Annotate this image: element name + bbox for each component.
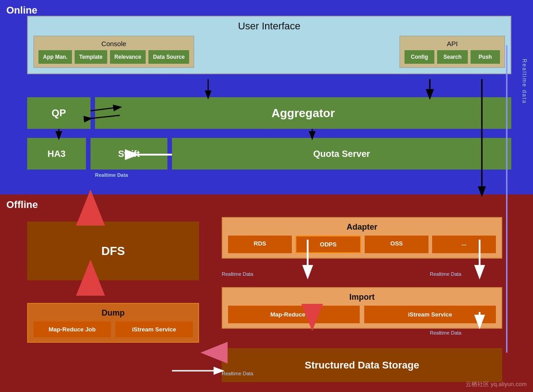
aggregator-box: Aggregator [95, 97, 511, 129]
realtime-data-label: Realtime Data [95, 172, 128, 178]
btn-dump-mapreduce[interactable]: Map-Reduce Job [33, 321, 111, 337]
btn-dump-istream[interactable]: iStream Service [115, 321, 193, 337]
realtime-data-label-left: Realtime Data [222, 271, 253, 277]
btn-odps[interactable]: ODPS [295, 236, 361, 253]
structured-storage-box: Structured Data Storage [222, 348, 502, 382]
btn-oss[interactable]: OSS [365, 236, 428, 253]
quota-box: Quota Server [172, 138, 511, 170]
ha3-box: HA3 [27, 138, 86, 170]
console-title: Console [38, 40, 189, 47]
import-box: Import Map-Reduce Job iStream Service [222, 287, 502, 329]
btn-datasource[interactable]: Data Source [148, 50, 189, 64]
btn-app-man[interactable]: App Man. [38, 50, 72, 64]
swift-box: Swift Realtime Data [90, 138, 167, 170]
btn-rds[interactable]: RDS [228, 236, 292, 253]
btn-import-mapreduce[interactable]: Map-Reduce Job [228, 306, 360, 323]
realtime-data-label-right: Realtime Data [430, 271, 462, 277]
btn-ellipsis[interactable]: ... [432, 236, 496, 253]
adapter-box: Adapter RDS ODPS OSS ... [222, 217, 502, 259]
dump-box: Dump Map-Reduce Job iStream Service [27, 303, 199, 343]
adapter-title: Adapter [228, 222, 496, 232]
console-box: Console App Man. Template Relevance Data… [33, 36, 194, 68]
import-title: Import [228, 293, 496, 302]
api-box: API Config Search Push [400, 36, 505, 68]
btn-relevance[interactable]: Relevance [110, 50, 146, 64]
ui-title: User Interface [33, 20, 505, 32]
realtime-data-right-label: Realtime data [521, 59, 528, 104]
dump-title: Dump [33, 308, 193, 318]
watermark: 云栖社区 yq.aliyun.com [466, 380, 527, 388]
btn-template[interactable]: Template [75, 50, 107, 64]
btn-config[interactable]: Config [405, 50, 434, 64]
dfs-box: DFS [27, 222, 199, 280]
api-title: API [405, 40, 500, 47]
offline-label: Offline [6, 199, 38, 211]
btn-push[interactable]: Push [471, 50, 500, 64]
qp-box: QP [27, 97, 90, 129]
diagram-root: Online User Interface Console App Man. T… [0, 0, 533, 392]
realtime-data-label-dump: Realtime Data [222, 371, 253, 376]
online-label: Online [6, 5, 37, 16]
realtime-data-label-bottom: Realtime Data [430, 330, 462, 335]
user-interface-box: User Interface Console App Man. Template… [27, 16, 511, 74]
btn-import-istream[interactable]: iStream Service [364, 306, 496, 323]
btn-search[interactable]: Search [437, 50, 468, 64]
